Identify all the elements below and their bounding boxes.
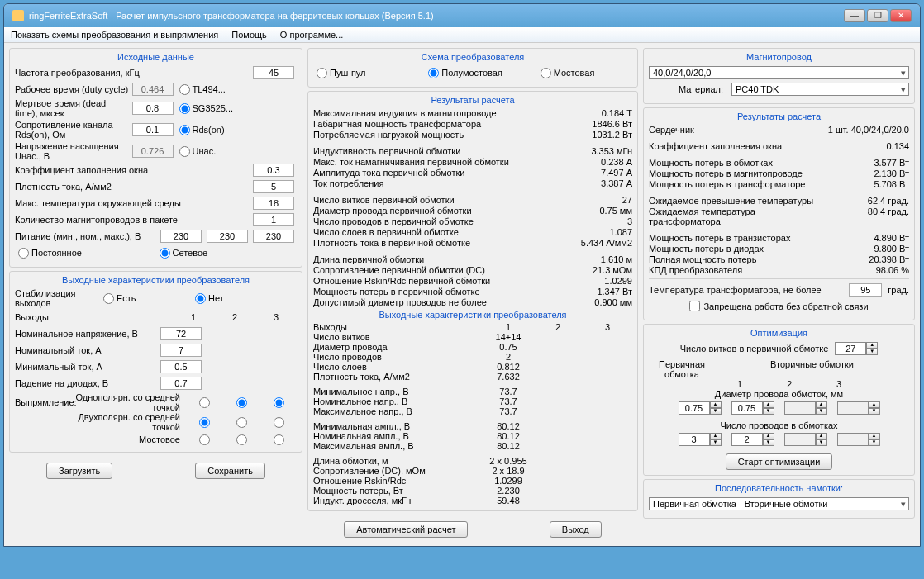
out-result-row: Мощность потерь, Вт2.230 [313,486,632,496]
kfill-input[interactable] [253,164,294,177]
out-result-row: Минимальная ампл., В80.12 [313,421,632,431]
out-result-row: Плотность тока, А/мм27.632 [313,372,632,382]
scheme-bridge-radio[interactable] [541,68,551,78]
results2-group: Результаты расчета Сердечник1 шт. 40,0/2… [643,107,915,320]
result-row: Отношение Rskin/Rdc первичной обмотки1.0… [313,276,632,286]
jdens-input[interactable] [253,180,294,193]
close-button[interactable]: ✕ [890,9,912,22]
core-title: Магнитопровод [649,52,909,62]
supply-nom-input[interactable] [207,230,248,243]
material-select[interactable]: PC40 TDK [731,83,909,96]
result2-row: Сердечник1 шт. 40,0/24,0/20,0 [649,125,909,135]
tenv-input[interactable] [253,197,294,210]
supply-min-input[interactable] [160,230,202,243]
nmag-input[interactable] [253,213,294,226]
result-row: Плотность тока в первичной обмотке5.434 … [313,238,632,248]
dead-opt-radio[interactable] [179,103,190,114]
out-result-row: Число проводов2 [313,352,632,362]
core-size-select[interactable]: 40,0/24,0/20,0 [649,66,909,79]
vdiode-1-input[interactable] [160,377,202,390]
duty-value: 0.464 [132,83,174,96]
opt-d1-input[interactable] [731,401,763,415]
duty-opt-radio[interactable] [179,84,190,95]
source-data-group: Исходные данные Частота преобразования, … [9,48,302,268]
stab-no-radio[interactable] [195,293,206,304]
out-result-row: Сопротивление (DC), мОм2 x 18.9 [313,466,632,476]
opt-d0-input[interactable] [679,401,710,415]
opt-wires-label: Число проводов в обмотках [649,420,909,430]
result-row: Потребляемая нагрузкой мощность1031.2 Вт [313,130,632,140]
menu-schemes[interactable]: Показать схемы преобразования и выпрямле… [11,30,218,40]
stab-yes-radio[interactable] [103,293,114,304]
source-data-title: Исходные данные [15,52,297,62]
nmag-label: Количество магнитопроводов в пакете [15,215,250,225]
maximize-button[interactable]: ❐ [867,9,888,22]
opt-w0-input[interactable] [679,433,710,446]
rds-label: Сопротивление канала Rds(on), Ом [15,120,130,140]
save-button[interactable]: Сохранить [195,463,265,479]
rect-bridge-2[interactable] [236,434,247,445]
result2-row: КПД преобразователя98.06 % [649,265,909,275]
rect-label: Выпрямление: [15,397,73,407]
result2-row: Коэффициент заполнения окна0.134 [649,141,909,151]
rect-uni-1[interactable] [199,397,210,408]
rect-uni-3[interactable] [274,397,284,408]
out-result-row: Длина обмотки, м2 x 0.955 [313,456,632,466]
menu-about[interactable]: О программе... [280,30,343,40]
load-button[interactable]: Загрузить [46,463,112,479]
rect-bi-3[interactable] [274,417,284,428]
out-result-row: Индукт. дросселя, мкГн59.48 [313,496,632,505]
minimize-button[interactable]: — [844,9,865,22]
tenv-label: Макс. температура окружающей среды [15,198,250,208]
opt-turns-label: Число витков в первичной обмотке [680,344,829,354]
freq-input[interactable] [253,66,294,79]
opt-turns-input[interactable] [835,342,866,355]
result2-row: Ожидаемое превышение температуры62.4 гра… [649,196,909,206]
imin-1-input[interactable] [160,360,202,373]
scheme-push-radio[interactable] [317,68,327,78]
opt-w1-input[interactable] [731,433,763,446]
vnom-1-input[interactable] [160,327,202,340]
out-result-row: Номинальная ампл., В80.12 [313,431,632,441]
exit-button[interactable]: Выход [550,521,602,538]
result2-row: Мощность потерь в транзисторах4.890 Вт [649,233,909,243]
dead-input[interactable] [132,102,174,115]
out-results-title: Выходные характеристики преобразователя [313,310,632,320]
uhac-opt-radio[interactable] [179,146,190,157]
out-result-row: Максимальное напр., В73.7 [313,406,632,416]
start-opt-button[interactable]: Старт оптимизации [726,453,833,470]
seq-group: Последовательность намотки: Первичная об… [643,479,915,519]
spin-down-icon[interactable]: ▼ [866,349,878,355]
rds-opt-radio[interactable] [179,125,190,135]
opt-diam-label: Диаметр провода обмоток, мм [649,389,909,399]
supply-dc-radio[interactable] [18,248,29,259]
rect-bridge-3[interactable] [274,434,284,445]
supply-max-input[interactable] [253,230,294,243]
rect-uni-2[interactable] [236,397,247,408]
result-row: Число витков первичной обмотки27 [313,195,632,205]
auto-calc-button[interactable]: Автоматический расчет [344,521,468,538]
seq-select[interactable]: Первичная обмотка - Вторичные обмотки [649,497,909,510]
opt-d3-input [837,401,869,415]
rect-bridge-1[interactable] [199,434,210,445]
supply-ac-radio[interactable] [160,248,170,259]
results-group: Результаты расчета Максимальная индукция… [307,91,638,511]
opt-title: Оптимизация [649,328,909,338]
results-title: Результаты расчета [313,95,632,105]
scheme-title: Схема преобразователя [313,52,632,62]
rect-bi-2[interactable] [236,417,247,428]
menu-bar: Показать схемы преобразования и выпрямле… [4,27,920,43]
no-feedback-check[interactable] [689,301,700,311]
core-group: Магнитопровод 40,0/24,0/20,0 Материал:PC… [643,48,915,104]
menu-help[interactable]: Помощь [231,30,267,40]
rds-input[interactable] [132,123,174,136]
scheme-half-radio[interactable] [428,68,439,78]
tmax-label: Температура трансформатора, не более [649,285,846,295]
rect-bi-1[interactable] [199,417,210,428]
dead-label: Мертвое время (dead time), мксек [15,98,130,118]
spin-up-icon[interactable]: ▲ [866,342,878,349]
inom-1-input[interactable] [160,344,202,357]
jdens-label: Плотность тока, А/мм2 [15,182,250,192]
result2-row: Ожидаемая температура трансформатора80.4… [649,206,909,226]
tmax-input[interactable] [849,283,882,297]
